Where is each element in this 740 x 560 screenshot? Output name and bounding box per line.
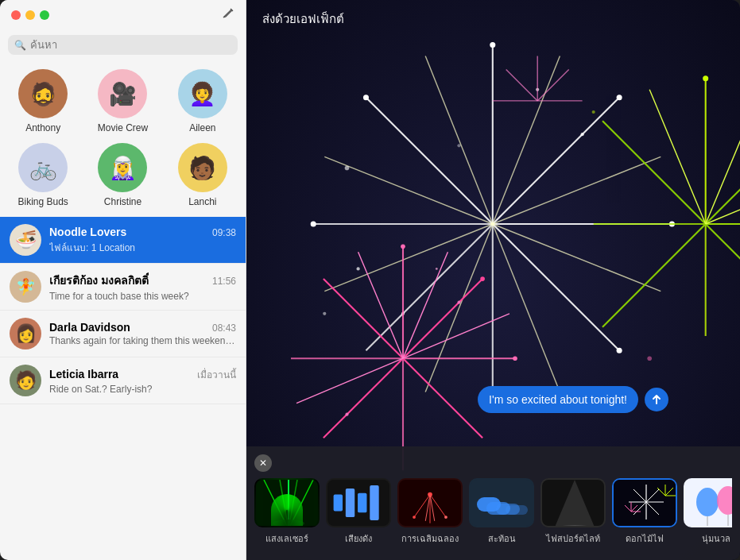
contact-name: Biking Buds [17, 196, 68, 207]
effect-item-celebration[interactable]: การเฉลิมฉลอง [397, 478, 463, 546]
svg-point-95 [413, 516, 416, 519]
svg-line-6 [366, 98, 492, 224]
svg-line-37 [296, 358, 403, 403]
svg-line-33 [324, 358, 403, 438]
svg-point-69 [345, 166, 350, 171]
svg-point-72 [323, 312, 326, 315]
effect-thumb-balloons [684, 478, 732, 527]
conv-name: Darla Davidson [49, 321, 130, 334]
svg-point-75 [457, 144, 460, 147]
svg-line-12 [324, 156, 493, 224]
svg-point-21 [311, 221, 316, 226]
contact-avatar: 🧑🏾 [178, 143, 227, 192]
effects-row: แสงเลเซอร์ เสียงดัง การเฉลิมฉลอง สะท้อน … [254, 478, 732, 549]
contact-name: Lanchi [188, 196, 216, 207]
effect-label-laser: แสงเลเซอร์ [265, 531, 308, 546]
titlebar [0, 0, 246, 30]
conv-time: 09:38 [212, 227, 236, 238]
contact-avatar: 🚲 [18, 143, 68, 192]
pinned-contact-christine[interactable]: 🧝‍♀️ Christine [87, 140, 158, 214]
conv-item-noodle-lovers[interactable]: 🍜 Noodle Lovers 09:38 ไฟล์แนบ: 1 Locatio… [0, 217, 246, 264]
contact-avatar: 🧝‍♀️ [98, 143, 147, 192]
svg-line-48 [706, 121, 740, 224]
svg-point-82 [273, 519, 304, 527]
message-bubble: I'm so excited about tonight! [478, 386, 638, 413]
svg-line-49 [706, 224, 740, 327]
effect-label-spotlight: ไฟสปอร์ตไลท์ [546, 531, 600, 546]
svg-line-8 [493, 56, 560, 225]
conv-preview: Ride on Sat.? Early-ish? [49, 384, 236, 395]
conv-avatar: 🍜 [10, 224, 41, 256]
effect-item-echo[interactable]: สะท้อน [469, 478, 534, 546]
svg-rect-84 [334, 495, 343, 512]
effect-item-laser[interactable]: แสงเลเซอร์ [254, 478, 320, 546]
conv-preview: Thanks again for taking them this weeken… [49, 335, 236, 346]
effect-label-fireworks: ดอกไม้ไฟ [626, 531, 664, 546]
svg-line-32 [324, 279, 403, 358]
close-button[interactable] [11, 10, 21, 20]
svg-line-31 [403, 358, 482, 438]
contact-name: Movie Crew [98, 122, 148, 133]
svg-line-51 [602, 224, 706, 327]
effects-panel: ✕ แสงเลเซอร์ เสียงดัง การเฉลิมฉลอง สะท้อ… [246, 446, 740, 560]
effects-title: ส่งด้วยเอฟเฟ็กต์ [262, 12, 344, 25]
pinned-contact-aileen[interactable]: 👩‍🦱 Aileen [167, 66, 238, 140]
conv-info: Leticia Ibarra เมื่อวานนี้ Ride on Sat.?… [49, 367, 236, 395]
search-icon: 🔍 [14, 40, 26, 51]
svg-point-43 [436, 268, 438, 270]
svg-point-38 [401, 244, 405, 249]
search-input[interactable] [8, 35, 238, 55]
effect-item-balloons[interactable]: นุ่มนวล [684, 478, 732, 546]
effect-label-echo: สะท้อน [488, 531, 516, 546]
contact-avatar: 👩‍🦱 [178, 69, 227, 118]
conv-time: 08:43 [212, 322, 236, 334]
svg-line-9 [425, 56, 493, 225]
svg-line-67 [506, 69, 537, 100]
conv-name: Leticia Ibarra [49, 368, 118, 380]
search-bar: 🔍 [0, 30, 246, 60]
effect-thumb-spotlight [540, 478, 606, 527]
contact-name: Christine [104, 196, 141, 207]
conv-preview: ไฟล์แนบ: 1 Location [49, 240, 236, 255]
message-text: I'm so excited about tonight! [489, 393, 627, 406]
svg-point-18 [617, 95, 622, 100]
minimize-button[interactable] [25, 10, 35, 20]
main-content: ส่งด้วยเอฟเฟ็กต์ I'm so excited about to… [246, 0, 740, 560]
pinned-contact-movie-crew[interactable]: 🎥 Movie Crew [87, 66, 158, 140]
conv-time: 11:56 [212, 276, 236, 287]
conv-preview: Time for a touch base this week? [49, 291, 236, 302]
conv-item-leticia[interactable]: 🧑 Leticia Ibarra เมื่อวานนี้ Ride on Sat… [0, 357, 246, 404]
pinned-contact-biking-buds[interactable]: 🚲 Biking Buds [7, 140, 79, 214]
svg-rect-86 [358, 493, 366, 513]
close-effects-button[interactable]: ✕ [254, 454, 272, 472]
effect-item-loud[interactable]: เสียงดัง [326, 478, 391, 546]
svg-point-42 [345, 413, 348, 416]
conv-avatar: 🧑 [10, 365, 41, 396]
svg-rect-105 [614, 480, 677, 527]
conv-item-darla[interactable]: 👩 Darla Davidson 08:43 Thanks again for … [0, 311, 246, 357]
effect-thumb-echo [469, 478, 534, 527]
effect-label-loud: เสียงดัง [345, 531, 372, 546]
conv-time: เมื่อวานนี้ [197, 367, 236, 382]
svg-point-55 [703, 75, 708, 81]
effect-item-spotlight[interactable]: ไฟสปอร์ตไลท์ [540, 478, 606, 546]
send-button[interactable] [645, 388, 668, 411]
effect-thumb-celebration [397, 478, 463, 527]
svg-line-53 [649, 90, 706, 224]
conv-name: เกียรติก้อง มงคลกิตติ์ [49, 272, 149, 289]
svg-line-30 [403, 279, 482, 358]
conv-item-kiewrationg[interactable]: 🧚 เกียรติก้อง มงคลกิตติ์ 11:56 Time for … [0, 264, 246, 311]
effect-label-balloons: นุ่มนวล [702, 531, 730, 546]
svg-line-35 [358, 252, 403, 358]
compose-button[interactable] [222, 7, 234, 23]
pinned-contact-lanchi[interactable]: 🧑🏾 Lanchi [167, 140, 238, 214]
pinned-contacts: 🧔 Anthony 🎥 Movie Crew 👩‍🦱 Aileen 🚲 Biki… [0, 60, 246, 217]
contact-avatar: 🧔 [18, 69, 68, 118]
contact-avatar: 🎥 [98, 69, 147, 118]
pinned-contact-anthony[interactable]: 🧔 Anthony [7, 66, 79, 140]
effect-item-fireworks[interactable]: ดอกไม้ไฟ [612, 478, 677, 546]
svg-line-11 [493, 224, 661, 292]
effects-header: ส่งด้วยเอฟเฟ็กต์ [246, 0, 740, 38]
maximize-button[interactable] [40, 10, 49, 20]
svg-point-19 [617, 348, 622, 353]
